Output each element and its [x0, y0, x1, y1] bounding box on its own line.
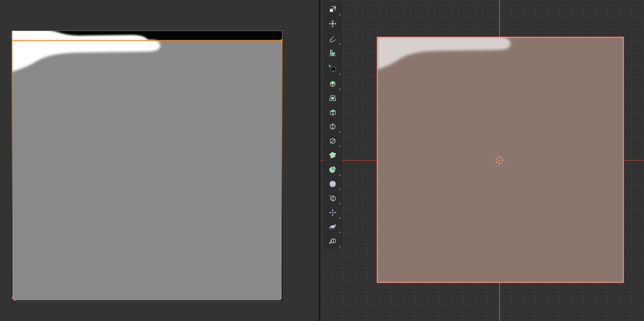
tool-edge-slide[interactable] — [324, 191, 341, 205]
uv-vertex-bottom-right[interactable] — [281, 299, 282, 301]
tool-scale[interactable] — [324, 2, 341, 16]
poly-build-icon — [328, 151, 337, 160]
tool-group-indicator — [339, 188, 340, 190]
tool-group-indicator — [339, 174, 340, 176]
measure-protractor-icon — [328, 49, 337, 58]
inset-faces-icon — [328, 94, 337, 102]
extrude-region-icon — [328, 80, 337, 88]
tool-shrink-fatten[interactable] — [324, 205, 341, 220]
shear-icon — [328, 223, 337, 231]
tool-bevel[interactable] — [324, 105, 341, 119]
plane-object-selected[interactable] — [377, 37, 623, 282]
bevel-icon — [328, 108, 337, 117]
knife-icon — [328, 137, 337, 145]
viewport-3d-canvas[interactable] — [320, 0, 644, 321]
spin-icon — [328, 165, 337, 174]
transform-icon — [328, 19, 337, 28]
uv-edge-right[interactable] — [282, 40, 282, 300]
tool-group-indicator — [339, 231, 340, 233]
tool-group-indicator — [339, 43, 340, 45]
tool-measure[interactable] — [324, 46, 341, 60]
texture-base — [12, 31, 282, 301]
smooth-icon — [328, 180, 337, 188]
tool-loop-cut[interactable] — [324, 119, 341, 134]
uv-vertex-top-left[interactable] — [12, 39, 13, 42]
plane-paint-overlay — [377, 37, 623, 282]
scale-icon — [328, 5, 337, 14]
tool-spin[interactable] — [324, 162, 341, 177]
tool-add-cube[interactable] — [324, 62, 341, 76]
uv-vertex-bottom-left[interactable] — [12, 299, 13, 301]
tool-shear[interactable] — [324, 220, 341, 234]
blender-workspace — [0, 0, 644, 321]
painted-texture-image[interactable] — [12, 31, 282, 301]
annotate-pencil-icon — [328, 35, 337, 43]
toolbar-group-mesh-tools — [324, 77, 341, 248]
rip-region-icon — [328, 237, 337, 245]
toolbar-group-add — [324, 62, 341, 76]
viewport-toolbar — [324, 2, 341, 249]
tool-group-indicator — [339, 88, 340, 90]
tool-group-indicator — [339, 145, 340, 147]
tool-annotate[interactable] — [324, 32, 341, 46]
tool-poly-build[interactable] — [324, 148, 341, 162]
toolbar-group-transform — [324, 2, 341, 31]
tool-rip-region[interactable] — [324, 234, 341, 248]
tool-inset-faces[interactable] — [324, 91, 341, 105]
tool-smooth[interactable] — [324, 177, 341, 191]
image-editor-canvas[interactable] — [0, 0, 319, 321]
loop-cut-icon — [328, 122, 337, 131]
edge-slide-icon — [328, 194, 337, 203]
add-cube-icon — [328, 64, 337, 73]
tool-group-indicator — [339, 217, 340, 219]
tool-group-indicator — [339, 203, 340, 204]
tool-extrude-region[interactable] — [324, 77, 341, 91]
toolbar-group-annotate — [324, 32, 341, 60]
paint-stroke-on-plane — [377, 37, 510, 70]
tool-group-indicator — [339, 131, 340, 133]
shrink-fatten-icon — [328, 208, 337, 217]
uv-vertex-top-right[interactable] — [281, 39, 282, 42]
tool-group-indicator — [339, 245, 340, 247]
tool-group-indicator — [339, 73, 340, 75]
tool-group-indicator — [339, 14, 340, 15]
tool-knife[interactable] — [324, 134, 341, 148]
tool-transform[interactable] — [324, 16, 341, 31]
uv-edge-left[interactable] — [12, 40, 12, 300]
